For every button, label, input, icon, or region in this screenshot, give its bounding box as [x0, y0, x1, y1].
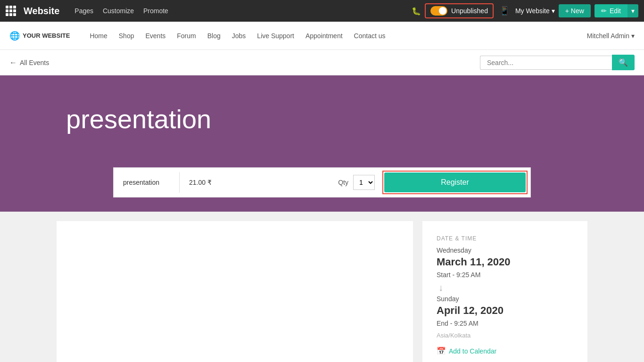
mobile-icon[interactable]: 📱: [497, 6, 512, 16]
bug-icon[interactable]: 🐛: [412, 7, 421, 16]
register-button[interactable]: Register: [384, 173, 526, 192]
end-date: April 12, 2020: [437, 304, 573, 317]
admin-logo[interactable]: Website: [24, 6, 59, 16]
admin-bar-right: 🐛 Unpublished 📱 My Website ▾ + New ✏ Edi…: [412, 3, 638, 18]
start-time: Start - 9:25 AM: [437, 271, 573, 279]
menu-forum[interactable]: Forum: [171, 32, 201, 40]
event-title: presentation: [66, 104, 635, 134]
right-panel: DATE & TIME Wednesday March 11, 2020 Sta…: [422, 221, 587, 362]
nav-customize[interactable]: Customize: [99, 7, 138, 15]
pencil-icon: ✏: [601, 7, 607, 15]
website-menu: Home Shop Events Forum Blog Jobs Live Su…: [84, 32, 586, 40]
edit-dropdown-button[interactable]: ▾: [627, 4, 638, 17]
admin-nav: Pages Customize Promote: [71, 7, 172, 15]
hero-section: presentation: [0, 75, 644, 181]
search-input[interactable]: [480, 56, 612, 70]
website-logo: 🌐 YOUR WEBSITE: [9, 31, 70, 41]
toggle-knob: [439, 7, 446, 15]
all-events-link[interactable]: ← All Events: [9, 58, 49, 67]
end-day: Sunday: [437, 295, 573, 303]
end-time: End - 9:25 AM: [437, 320, 573, 327]
admin-bar: Website Pages Customize Promote 🐛 Unpubl…: [0, 0, 644, 22]
date-time-section-label: DATE & TIME: [437, 235, 573, 242]
menu-appointment[interactable]: Appointment: [300, 32, 348, 40]
toggle-switch[interactable]: [430, 6, 447, 16]
start-date: March 11, 2020: [437, 256, 573, 268]
apps-grid-icon[interactable]: [6, 6, 16, 16]
start-day: Wednesday: [437, 247, 573, 254]
website-nav: 🌐 YOUR WEBSITE Home Shop Events Forum Bl…: [0, 22, 644, 50]
menu-events[interactable]: Events: [140, 32, 171, 40]
search-button[interactable]: 🔍: [612, 55, 635, 70]
qty-label: Qty: [333, 172, 353, 193]
nav-pages[interactable]: Pages: [71, 7, 97, 15]
unpublished-label: Unpublished: [451, 7, 488, 15]
new-button[interactable]: + New: [559, 4, 591, 17]
menu-blog[interactable]: Blog: [202, 32, 226, 40]
reg-event-name: presentation: [114, 172, 180, 193]
reg-section-bg: presentation 21.00 ₹ Qty 1 2 3 Register: [0, 167, 644, 212]
menu-live-support[interactable]: Live Support: [251, 32, 300, 40]
search-bar: 🔍: [480, 55, 635, 70]
menu-shop[interactable]: Shop: [113, 32, 140, 40]
edit-button[interactable]: ✏ Edit: [594, 4, 627, 17]
chevron-down-icon: ▾: [631, 32, 635, 40]
back-arrow-icon: ←: [9, 58, 17, 67]
globe-icon: 🌐: [9, 31, 20, 41]
main-content: DATE & TIME Wednesday March 11, 2020 Sta…: [0, 212, 644, 362]
breadcrumb-bar: ← All Events 🔍: [0, 50, 644, 75]
menu-home[interactable]: Home: [84, 32, 113, 40]
nav-promote[interactable]: Promote: [140, 7, 172, 15]
menu-jobs[interactable]: Jobs: [226, 32, 252, 40]
arrow-down-icon: ↓: [438, 282, 573, 293]
left-panel: [57, 221, 413, 362]
admin-bar-left: Website Pages Customize Promote: [6, 6, 408, 16]
chevron-down-icon: ▾: [552, 7, 555, 15]
add-to-calendar-link[interactable]: 📅 Add to Calendar: [437, 346, 573, 355]
unpublished-toggle[interactable]: Unpublished: [425, 3, 494, 18]
menu-contact[interactable]: Contact us: [348, 32, 391, 40]
qty-select[interactable]: 1 2 3: [353, 175, 375, 190]
registration-row: presentation 21.00 ₹ Qty 1 2 3 Register: [113, 167, 531, 197]
reg-price: 21.00 ₹: [180, 172, 333, 193]
calendar-icon: 📅: [437, 346, 446, 355]
edit-group: ✏ Edit ▾: [594, 4, 638, 17]
user-menu[interactable]: Mitchell Admin ▾: [587, 32, 635, 40]
my-website-button[interactable]: My Website ▾: [515, 7, 555, 15]
register-btn-wrapper: Register: [382, 171, 528, 194]
timezone: Asia/Kolkata: [437, 332, 573, 339]
